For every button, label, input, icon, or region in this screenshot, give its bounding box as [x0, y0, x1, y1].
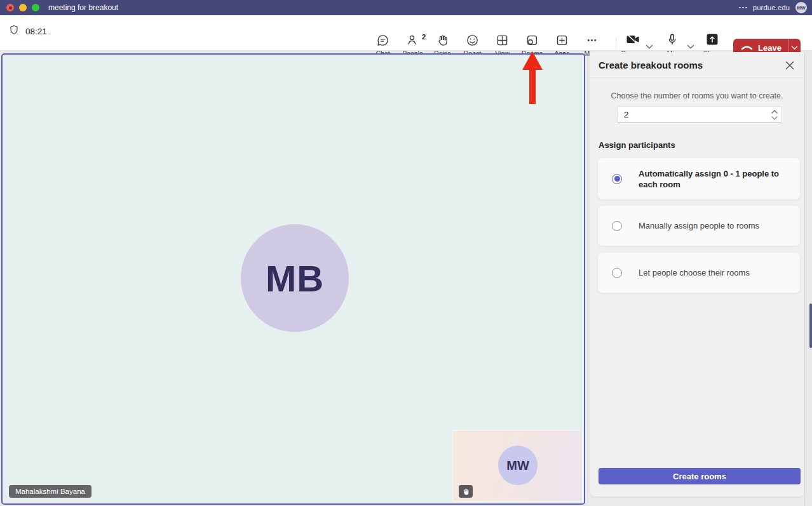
option-label: Automatically assign 0 - 1 people to eac… [639, 168, 788, 190]
close-icon [785, 61, 794, 70]
participant-name-label: Mahalakshmi Bayana [9, 485, 91, 498]
radio-unselected-icon[interactable] [612, 268, 622, 278]
meeting-timer: 08:21 [8, 24, 47, 38]
maximize-window-button[interactable] [32, 4, 39, 11]
option-auto-assign[interactable]: Automatically assign 0 - 1 people to eac… [597, 157, 801, 200]
scrollbar-thumb[interactable] [809, 303, 812, 348]
assign-participants-heading: Assign participants [599, 140, 675, 150]
close-panel-button[interactable] [782, 57, 798, 74]
react-smiley-icon [466, 33, 479, 47]
more-ellipsis-icon [585, 33, 599, 47]
create-breakout-rooms-panel: Create breakout rooms Choose the number … [590, 52, 804, 496]
panel-header: Create breakout rooms [590, 52, 804, 78]
breakout-rooms-icon [525, 33, 539, 47]
camera-options-chevron-down-icon[interactable] [646, 41, 653, 52]
option-label: Let people choose their rooms [639, 267, 750, 278]
view-grid-icon [496, 33, 509, 47]
rooms-count-spinner [768, 107, 781, 123]
participant-avatar: MB [241, 224, 349, 332]
teams-meeting-window: meeting for breakout purdue.edu MW 08:21… [0, 0, 812, 506]
option-manual-assign[interactable]: Manually assign people to rooms [597, 205, 801, 246]
shield-icon [8, 24, 20, 38]
radio-unselected-icon[interactable] [612, 221, 622, 231]
titlebar-more-icon[interactable] [739, 7, 747, 9]
window-titlebar: meeting for breakout purdue.edu MW [0, 0, 812, 15]
meeting-toolbar: 08:21 Chat 2 People Raise [0, 15, 812, 51]
chat-icon [376, 33, 389, 47]
minimize-window-button[interactable] [19, 4, 27, 11]
people-count-badge: 2 [422, 33, 426, 41]
self-view-tile[interactable]: MW [452, 430, 583, 502]
window-title: meeting for breakout [48, 3, 118, 12]
apps-plus-icon [555, 33, 569, 47]
rooms-count-input[interactable] [617, 106, 782, 123]
user-avatar[interactable]: MW [795, 2, 807, 13]
self-avatar: MW [498, 446, 538, 485]
radio-selected-icon[interactable] [612, 174, 622, 184]
share-screen-icon [706, 33, 719, 48]
timer-value: 08:21 [25, 27, 47, 36]
account-name[interactable]: purdue.edu [753, 4, 790, 11]
rooms-count-instruction: Choose the number of rooms you want to c… [590, 91, 804, 100]
spinner-down-chevron-icon[interactable] [771, 115, 778, 121]
create-rooms-button[interactable]: Create rooms [599, 468, 801, 484]
close-window-button[interactable] [6, 4, 14, 11]
mic-icon [666, 33, 679, 48]
people-icon: 2 [406, 33, 419, 47]
mic-options-chevron-down-icon[interactable] [687, 41, 694, 52]
raise-hand-icon [436, 33, 449, 47]
leave-label: Leave [758, 43, 782, 53]
right-gutter [804, 52, 812, 506]
window-controls [6, 4, 39, 11]
option-label: Manually assign people to rooms [639, 220, 759, 231]
spinner-up-chevron-icon[interactable] [771, 109, 778, 114]
raised-hand-badge [459, 485, 473, 498]
video-stage: MB Mahalakshmi Bayana MW [1, 53, 585, 505]
option-people-choose[interactable]: Let people choose their rooms [597, 252, 801, 293]
camera-off-icon [625, 33, 640, 48]
panel-title: Create breakout rooms [599, 60, 703, 70]
leave-options-chevron-down-icon[interactable] [788, 46, 801, 50]
